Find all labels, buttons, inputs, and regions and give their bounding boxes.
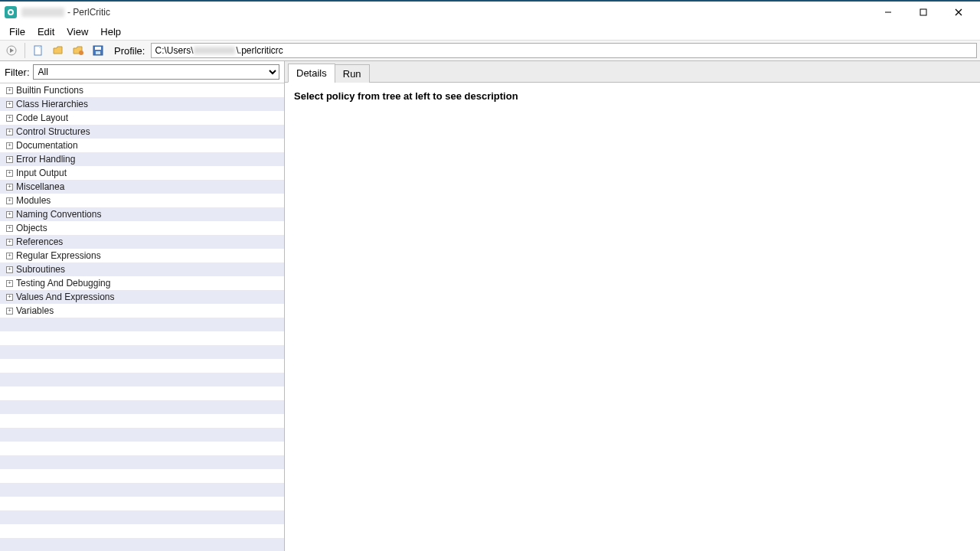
details-body: Select policy from tree at left to see d… — [285, 83, 980, 551]
tree-item-label: Values And Expressions — [16, 292, 115, 302]
tab-run[interactable]: Run — [335, 64, 370, 83]
svg-rect-12 — [95, 47, 101, 50]
tree-item-label: Error Handling — [16, 154, 75, 165]
toolbar-divider — [24, 43, 25, 58]
tree-row — [0, 455, 284, 469]
profile-label: Profile: — [109, 45, 148, 57]
open-folder-icon[interactable] — [50, 42, 67, 59]
tree-row — [0, 331, 284, 345]
policy-tree[interactable]: +Builtin Functions+Class Hierarchies+Cod… — [0, 83, 284, 551]
svg-point-1 — [9, 11, 12, 14]
tree-item-label: Variables — [16, 305, 54, 316]
menu-view[interactable]: View — [60, 24, 94, 39]
tree-item-label: Input Output — [16, 168, 67, 178]
expand-icon[interactable]: + — [6, 239, 13, 246]
tree-item-label: Naming Conventions — [16, 209, 101, 220]
expand-icon[interactable]: + — [6, 142, 13, 149]
open-recent-icon[interactable] — [70, 42, 87, 59]
tree-row — [0, 510, 284, 524]
details-placeholder: Select policy from tree at left to see d… — [294, 90, 971, 102]
new-file-icon[interactable] — [30, 42, 47, 59]
title-bar: - PerlCritic — [0, 2, 980, 23]
minimize-button[interactable] — [877, 5, 899, 20]
tree-item-label: Documentation — [16, 140, 78, 151]
tree-row[interactable]: +Documentation — [0, 139, 284, 152]
run-button[interactable] — [3, 42, 20, 59]
tree-row[interactable]: +Testing And Debugging — [0, 276, 284, 290]
tree-row[interactable]: +Builtin Functions — [0, 83, 284, 97]
tab-details[interactable]: Details — [288, 64, 335, 83]
tree-row[interactable]: +Naming Conventions — [0, 207, 284, 221]
filter-select[interactable]: All — [33, 64, 280, 80]
menu-file[interactable]: File — [3, 24, 31, 39]
expand-icon[interactable]: + — [6, 184, 13, 191]
filter-label: Filter: — [5, 67, 30, 78]
expand-icon[interactable]: + — [6, 308, 13, 315]
tree-row — [0, 318, 284, 331]
profile-suffix: \.perlcriticrc — [236, 45, 283, 56]
expand-icon[interactable]: + — [6, 211, 13, 218]
tree-item-label: Code Layout — [16, 112, 68, 123]
menu-bar: File Edit View Help — [0, 23, 980, 40]
left-pane: Filter: All +Builtin Functions+Class Hie… — [0, 61, 285, 551]
menu-help[interactable]: Help — [94, 24, 127, 39]
tree-row[interactable]: +Subroutines — [0, 262, 284, 276]
tree-row — [0, 414, 284, 428]
expand-icon[interactable]: + — [6, 253, 13, 259]
tree-item-label: References — [16, 236, 63, 247]
tree-item-label: Modules — [16, 195, 51, 206]
tree-row[interactable]: +Control Structures — [0, 125, 284, 139]
tree-item-label: Objects — [16, 223, 47, 233]
tree-row — [0, 469, 284, 483]
expand-icon[interactable]: + — [6, 170, 13, 177]
expand-icon[interactable]: + — [6, 129, 13, 135]
tree-row — [0, 442, 284, 455]
tree-row[interactable]: +Modules — [0, 194, 284, 207]
tree-row — [0, 497, 284, 510]
expand-icon[interactable]: + — [6, 294, 13, 301]
main-area: Filter: All +Builtin Functions+Class Hie… — [0, 61, 980, 551]
svg-marker-7 — [10, 48, 14, 53]
tree-item-label: Miscellanea — [16, 181, 64, 192]
tree-row[interactable]: +Values And Expressions — [0, 290, 284, 304]
expand-icon[interactable]: + — [6, 115, 13, 122]
right-pane: Details Run Select policy from tree at l… — [285, 61, 980, 551]
tree-row[interactable]: +Error Handling — [0, 152, 284, 166]
tree-row[interactable]: +Class Hierarchies — [0, 97, 284, 111]
tree-row[interactable]: +Input Output — [0, 166, 284, 180]
tree-row[interactable]: +Miscellanea — [0, 180, 284, 194]
tree-row[interactable]: +Objects — [0, 221, 284, 235]
profile-prefix: C:\Users\ — [155, 45, 193, 56]
profile-path-input[interactable]: C:\Users\ \.perlcriticrc — [151, 43, 977, 58]
tree-row[interactable]: +Regular Expressions — [0, 249, 284, 262]
tree-item-label: Class Hierarchies — [16, 99, 88, 109]
tree-row[interactable]: +Variables — [0, 304, 284, 318]
tree-item-label: Regular Expressions — [16, 250, 101, 261]
close-button[interactable] — [948, 5, 969, 20]
maximize-button[interactable] — [913, 5, 934, 20]
tree-row[interactable]: +References — [0, 235, 284, 249]
app-icon — [5, 6, 17, 18]
window-title: - PerlCritic — [21, 7, 110, 18]
save-icon[interactable] — [90, 42, 106, 59]
tree-row — [0, 373, 284, 386]
expand-icon[interactable]: + — [6, 101, 13, 108]
expand-icon[interactable]: + — [6, 280, 13, 287]
svg-rect-13 — [96, 51, 100, 54]
tree-row — [0, 524, 284, 538]
tree-row — [0, 538, 284, 551]
svg-rect-3 — [920, 9, 926, 15]
expand-icon[interactable]: + — [6, 156, 13, 163]
tree-row — [0, 483, 284, 497]
toolbar: Profile: C:\Users\ \.perlcriticrc — [0, 40, 980, 61]
tree-row — [0, 428, 284, 442]
expand-icon[interactable]: + — [6, 266, 13, 273]
tree-row[interactable]: +Code Layout — [0, 111, 284, 125]
tab-bar: Details Run — [285, 61, 980, 83]
tree-row — [0, 359, 284, 373]
expand-icon[interactable]: + — [6, 197, 13, 204]
expand-icon[interactable]: + — [6, 225, 13, 232]
menu-edit[interactable]: Edit — [31, 24, 60, 39]
tree-item-label: Testing And Debugging — [16, 278, 110, 289]
expand-icon[interactable]: + — [6, 87, 13, 94]
